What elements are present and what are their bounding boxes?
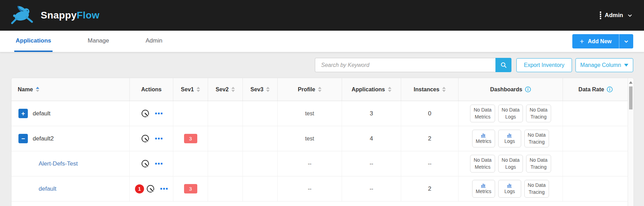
manage-column-button[interactable]: Manage Column [575,58,633,72]
application-name-link[interactable]: Alert-Defs-Test [39,160,78,167]
dash-no-data-label: No Data [530,107,547,113]
column-header-sev3[interactable]: Sev3 [243,78,278,101]
tab-applications[interactable]: Applications [14,31,53,52]
bar-chart-icon [480,183,487,188]
metrics-dashboard-button[interactable]: No DataMetrics [470,105,495,122]
brand-logo: SnappyFlow [11,5,100,26]
tracing-dashboard-button[interactable]: No DataTracing [524,130,549,147]
gauge-icon[interactable] [146,184,155,193]
dash-button-label: Metrics [476,138,491,145]
column-header-applications[interactable]: Applications [342,78,401,101]
column-header-instances[interactable]: Instances [401,78,459,101]
gauge-icon[interactable] [141,109,150,118]
plus-icon: + [580,38,584,45]
instances-cell: 2 [401,126,459,151]
bar-chart-icon [480,132,487,138]
instances-count: 2 [428,185,431,192]
tab-manage[interactable]: Manage [86,31,110,52]
dash-no-data-label: No Data [474,157,491,163]
sev1-badge: 3 [184,134,197,143]
user-menu[interactable]: Admin [600,12,633,19]
scrollbar-thumb[interactable] [629,86,633,109]
logs-dashboard-button[interactable]: Logs [498,130,521,147]
gauge-icon[interactable] [141,159,150,168]
table-row: default1 3----2 Metrics LogsNo DataTraci… [11,176,628,201]
column-header-name[interactable]: Name [11,78,130,101]
column-header-label: Profile [298,86,315,93]
tab-admin[interactable]: Admin [144,31,164,52]
column-header-sev1[interactable]: Sev1 [173,78,208,101]
export-inventory-label: Export Inventory [524,62,565,68]
sort-icon[interactable] [318,87,321,92]
data-rate-cell [563,176,628,201]
metrics-dashboard-button[interactable]: Metrics [472,130,495,147]
column-header-label: Actions [141,86,162,93]
profile-value: test [305,136,314,142]
more-actions-button[interactable] [160,188,168,190]
sev1-cell: 3 [173,176,208,201]
application-name-link[interactable]: default [39,185,56,192]
instances-count: -- [428,161,432,167]
applications-count: 3 [370,110,373,117]
sort-icon[interactable] [442,87,446,92]
instances-count: 2 [428,135,431,142]
dash-button-label: Metrics [476,188,491,195]
gauge-icon[interactable] [141,134,150,143]
dashboards-cell: No DataMetricsNo DataLogsNo DataTracing [459,151,563,176]
sort-icon[interactable] [36,87,39,92]
column-header-label: Instances [414,86,439,93]
add-new-label: Add New [588,38,612,45]
search-button[interactable] [495,58,511,72]
name-cell: +default [11,101,130,126]
more-actions-button[interactable] [155,163,162,165]
sev3-cell [243,101,278,126]
group-name-label: default [33,110,50,117]
profile-value: -- [308,161,312,167]
logs-dashboard-button[interactable]: No DataLogs [498,155,523,173]
info-icon[interactable] [525,86,531,92]
applications-cell: -- [342,176,401,201]
sev2-cell [208,101,243,126]
tracing-dashboard-button[interactable]: No DataTracing [526,155,551,173]
column-header-sev2[interactable]: Sev2 [208,78,243,101]
sort-icon[interactable] [388,87,391,92]
applications-count: 4 [370,135,373,142]
sort-icon[interactable] [197,87,200,92]
column-header-profile[interactable]: Profile [278,78,342,101]
tracing-dashboard-button[interactable]: No DataTracing [526,105,551,122]
metrics-dashboard-button[interactable]: Metrics [472,180,495,198]
expand-toggle-button[interactable]: + [18,109,28,118]
profile-value: -- [308,186,312,192]
sev2-cell [208,176,243,201]
add-new-dropdown-button[interactable] [619,34,633,48]
logs-dashboard-button[interactable]: No DataLogs [498,105,523,122]
dash-no-data-label: No Data [474,107,491,113]
tracing-dashboard-button[interactable]: No DataTracing [524,180,549,198]
collapse-toggle-button[interactable]: − [18,134,28,143]
sev2-cell [208,126,243,151]
sev2-cell [208,151,243,176]
main-nav: Applications Manage Admin + Add New [0,31,644,52]
sort-icon[interactable] [231,87,235,92]
metrics-dashboard-button[interactable]: No DataMetrics [470,155,495,173]
more-actions-button[interactable] [155,113,162,114]
add-new-button[interactable]: + Add New [572,34,619,48]
dash-no-data-label: No Data [502,107,519,113]
more-actions-button[interactable] [155,138,162,139]
logs-dashboard-button[interactable]: Logs [498,180,521,198]
chevron-down-icon [623,38,629,45]
profile-cell: test [278,101,342,126]
column-header-label: Name [18,86,33,93]
instances-count: 0 [428,110,431,117]
sev3-cell [243,151,278,176]
search-icon [500,61,507,69]
search-input[interactable] [315,58,495,72]
add-new-split-button: + Add New [572,34,633,48]
export-inventory-button[interactable]: Export Inventory [516,58,572,72]
dash-button-label: Metrics [475,164,491,170]
sev1-badge: 3 [184,184,197,193]
info-icon[interactable] [607,86,613,92]
vertical-scrollbar[interactable] [628,78,634,206]
sort-icon[interactable] [266,87,270,92]
scroll-up-arrow-icon[interactable] [629,81,633,84]
